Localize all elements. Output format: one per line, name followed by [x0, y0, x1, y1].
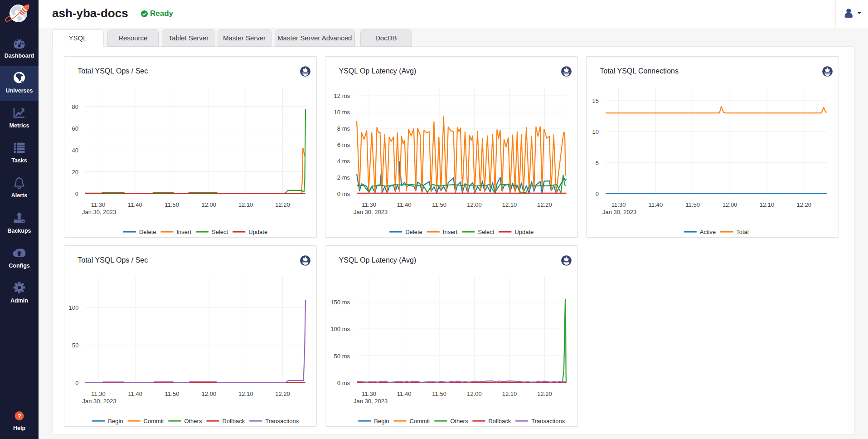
svg-text:Jan 30, 2023: Jan 30, 2023 — [82, 398, 116, 405]
svg-text:2 ms: 2 ms — [337, 174, 350, 180]
svg-text:11:30: 11:30 — [91, 390, 106, 397]
svg-text:Total: Total — [736, 228, 749, 235]
svg-text:11:30: 11:30 — [91, 201, 105, 208]
svg-text:4 ms: 4 ms — [337, 158, 350, 165]
svg-text:Alerts: Alerts — [11, 192, 27, 199]
svg-text:11:50: 11:50 — [685, 201, 700, 208]
svg-text:Dashboard: Dashboard — [5, 53, 34, 59]
svg-text:Help: Help — [13, 425, 25, 431]
svg-text:5: 5 — [595, 159, 598, 166]
svg-text:12:20: 12:20 — [275, 390, 290, 397]
svg-text:20: 20 — [72, 168, 78, 175]
svg-text:11:40: 11:40 — [397, 390, 411, 397]
svg-text:11:50: 11:50 — [165, 201, 179, 208]
svg-text:12:10: 12:10 — [502, 201, 517, 208]
svg-text:Begin: Begin — [108, 418, 123, 424]
svg-text:Transactions: Transactions — [531, 418, 565, 424]
svg-text:12 ms: 12 ms — [334, 93, 350, 99]
svg-text:12:00: 12:00 — [201, 390, 216, 397]
svg-text:10 ms: 10 ms — [334, 109, 350, 116]
svg-text:Tasks: Tasks — [11, 157, 27, 164]
svg-text:12:10: 12:10 — [238, 390, 253, 397]
svg-text:YSQL Op Latency (Avg): YSQL Op Latency (Avg) — [339, 67, 416, 75]
svg-text:11:50: 11:50 — [432, 201, 446, 208]
svg-text:10: 10 — [592, 128, 598, 135]
svg-text:Transactions: Transactions — [265, 418, 299, 424]
svg-text:Delete: Delete — [139, 228, 156, 235]
svg-text:Select: Select — [212, 228, 228, 235]
svg-text:Jan 30, 2023: Jan 30, 2023 — [602, 208, 636, 215]
svg-text:Universes: Universes — [6, 88, 33, 94]
svg-text:YSQL Op Latency (Avg): YSQL Op Latency (Avg) — [339, 256, 416, 264]
svg-text:Backups: Backups — [7, 228, 31, 234]
svg-text:50 ms: 50 ms — [334, 353, 350, 360]
svg-text:11:30: 11:30 — [362, 201, 376, 208]
svg-text:Jan 30, 2023: Jan 30, 2023 — [82, 208, 116, 215]
svg-text:80: 80 — [72, 103, 78, 110]
svg-text:15: 15 — [592, 98, 598, 104]
svg-text:Total YSQL Ops / Sec: Total YSQL Ops / Sec — [78, 256, 148, 264]
svg-text:Select: Select — [478, 228, 495, 235]
svg-text:11:50: 11:50 — [432, 390, 446, 397]
svg-text:Rollback: Rollback — [222, 418, 245, 424]
svg-text:0 ms: 0 ms — [337, 190, 350, 197]
svg-text:Begin: Begin — [374, 418, 389, 424]
svg-text:8 ms: 8 ms — [337, 125, 350, 132]
svg-text:12:20: 12:20 — [275, 201, 290, 208]
svg-text:Active: Active — [699, 228, 715, 235]
svg-text:12:10: 12:10 — [759, 201, 774, 208]
svg-text:12:00: 12:00 — [201, 201, 216, 208]
svg-text:12:10: 12:10 — [238, 201, 253, 208]
svg-text:11:30: 11:30 — [611, 201, 626, 208]
svg-text:Metrics: Metrics — [10, 122, 29, 129]
svg-text:6 ms: 6 ms — [337, 141, 350, 148]
svg-text:Jan 30, 2023: Jan 30, 2023 — [354, 398, 388, 405]
svg-text:Commit: Commit — [409, 418, 430, 424]
svg-text:150 ms: 150 ms — [330, 299, 350, 306]
svg-text:Total YSQL Connections: Total YSQL Connections — [600, 67, 678, 75]
svg-text:Rollback: Rollback — [488, 418, 511, 424]
svg-text:11:40: 11:40 — [397, 201, 411, 208]
svg-text:12:10: 12:10 — [502, 390, 517, 397]
svg-text:0: 0 — [75, 190, 78, 197]
svg-text:12:00: 12:00 — [467, 390, 482, 397]
svg-text:12:00: 12:00 — [467, 201, 482, 208]
svg-text:11:40: 11:40 — [648, 201, 663, 208]
svg-text:100 ms: 100 ms — [330, 326, 350, 332]
svg-text:?: ? — [17, 413, 21, 419]
svg-text:100: 100 — [68, 304, 78, 311]
svg-text:Admin: Admin — [10, 298, 28, 304]
svg-text:0: 0 — [595, 190, 598, 197]
svg-text:Delete: Delete — [405, 228, 422, 235]
svg-text:40: 40 — [72, 146, 78, 153]
svg-text:Configs: Configs — [9, 263, 30, 269]
svg-text:Insert: Insert — [442, 228, 457, 235]
svg-text:11:50: 11:50 — [165, 390, 179, 397]
svg-text:60: 60 — [72, 125, 78, 132]
svg-text:0 ms: 0 ms — [337, 380, 350, 386]
svg-text:12:20: 12:20 — [537, 390, 552, 397]
svg-text:Jan 30, 2023: Jan 30, 2023 — [354, 208, 388, 215]
svg-text:Others: Others — [450, 418, 468, 424]
svg-text:12:20: 12:20 — [537, 201, 552, 208]
svg-text:11:30: 11:30 — [362, 390, 376, 397]
svg-text:Insert: Insert — [176, 228, 191, 235]
svg-text:11:40: 11:40 — [128, 201, 142, 208]
svg-text:12:00: 12:00 — [722, 201, 737, 208]
svg-text:Commit: Commit — [143, 418, 164, 424]
svg-text:50: 50 — [72, 342, 78, 349]
svg-text:Total YSQL Ops / Sec: Total YSQL Ops / Sec — [78, 67, 148, 75]
svg-text:Update: Update — [514, 228, 533, 235]
svg-text:Others: Others — [184, 418, 202, 424]
svg-text:12:20: 12:20 — [796, 201, 811, 208]
svg-text:Update: Update — [248, 228, 267, 235]
svg-text:0: 0 — [75, 380, 78, 386]
svg-text:11:40: 11:40 — [128, 390, 142, 397]
